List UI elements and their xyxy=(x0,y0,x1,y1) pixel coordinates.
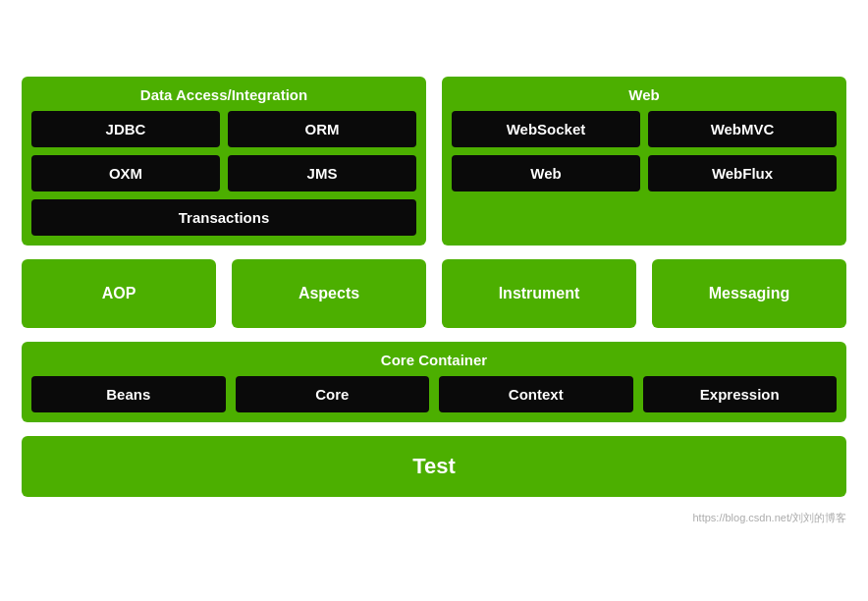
item-jms: JMS xyxy=(228,155,416,191)
transactions-wrapper: Transactions xyxy=(31,199,416,236)
item-webmvc: WebMVC xyxy=(648,111,837,147)
core-container-box: Core Container Beans Core Context Expres… xyxy=(22,342,846,422)
core-items-row: Beans Core Context Expression xyxy=(31,376,837,412)
web-grid: WebSocket WebMVC Web WebFlux xyxy=(452,111,837,191)
messaging-label: Messaging xyxy=(709,285,790,302)
item-webflux: WebFlux xyxy=(648,155,837,191)
data-access-title: Data Access/Integration xyxy=(31,86,416,103)
core-container-title: Core Container xyxy=(31,352,837,368)
row-1: Data Access/Integration JDBC ORM OXM JMS… xyxy=(22,77,846,246)
item-oxm: OXM xyxy=(31,155,220,191)
item-context: Context xyxy=(439,376,633,412)
web-title: Web xyxy=(452,86,837,103)
spring-framework-diagram: Data Access/Integration JDBC ORM OXM JMS… xyxy=(12,67,856,535)
row-4: Test xyxy=(22,436,846,497)
row-3: Core Container Beans Core Context Expres… xyxy=(22,342,846,422)
item-expression: Expression xyxy=(643,376,838,412)
aspects-box: Aspects xyxy=(232,259,426,328)
item-beans: Beans xyxy=(31,376,226,412)
test-box: Test xyxy=(22,436,846,497)
aop-label: AOP xyxy=(102,285,136,302)
watermark: https://blog.csdn.net/刘刘的博客 xyxy=(22,511,846,525)
instrument-label: Instrument xyxy=(499,285,580,302)
aspects-label: Aspects xyxy=(298,285,359,302)
instrument-box: Instrument xyxy=(442,259,636,328)
item-core: Core xyxy=(236,376,430,412)
item-orm: ORM xyxy=(228,111,416,147)
item-web: Web xyxy=(452,155,640,191)
web-box: Web WebSocket WebMVC Web WebFlux xyxy=(442,77,846,246)
aop-box: AOP xyxy=(22,259,216,328)
row-2: AOP Aspects Instrument Messaging xyxy=(22,259,846,328)
messaging-box: Messaging xyxy=(652,259,846,328)
data-access-grid: JDBC ORM OXM JMS xyxy=(31,111,416,191)
item-websocket: WebSocket xyxy=(452,111,640,147)
test-label: Test xyxy=(412,454,456,478)
item-jdbc: JDBC xyxy=(31,111,220,147)
item-transactions: Transactions xyxy=(31,199,416,236)
data-access-box: Data Access/Integration JDBC ORM OXM JMS… xyxy=(22,77,426,246)
